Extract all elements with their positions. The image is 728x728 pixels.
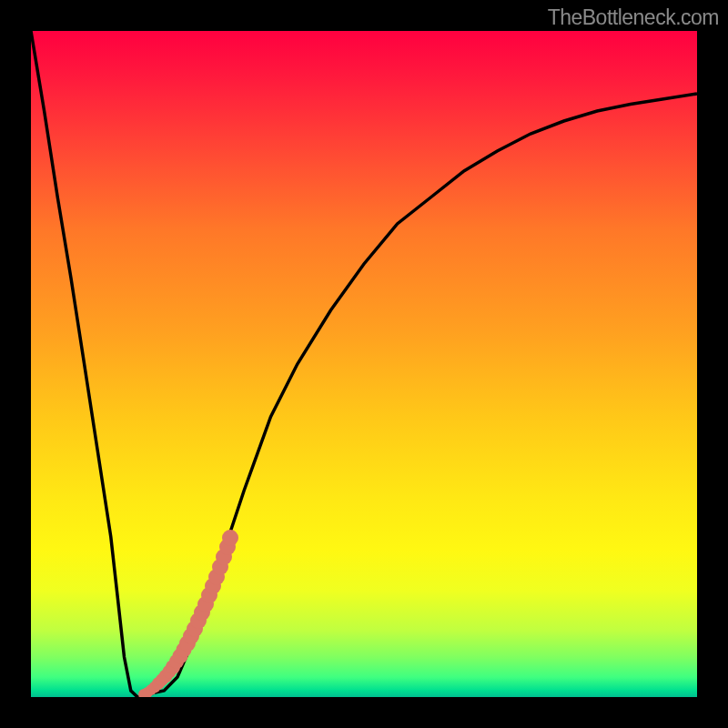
svg-point-24	[222, 530, 238, 546]
curve-svg	[31, 31, 697, 697]
chart-container: TheBottleneck.com	[0, 0, 728, 728]
border-right	[697, 0, 728, 728]
plot-area	[31, 31, 697, 697]
bottleneck-curve	[31, 31, 697, 697]
watermark-text: TheBottleneck.com	[548, 5, 719, 30]
border-left	[0, 0, 31, 728]
marker-band	[138, 530, 238, 697]
border-bottom	[0, 697, 728, 728]
